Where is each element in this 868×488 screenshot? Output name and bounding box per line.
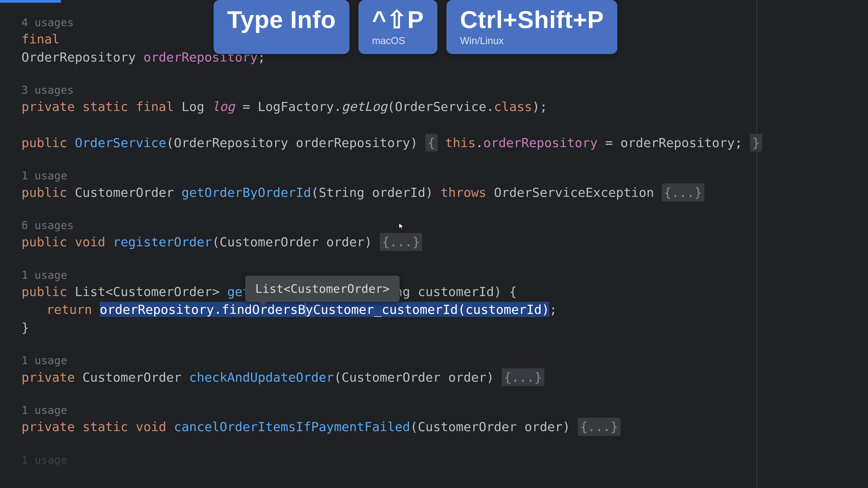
keyword: private static final bbox=[22, 99, 182, 114]
punct: ); bbox=[532, 99, 547, 114]
type-name: Log bbox=[182, 99, 212, 114]
field-name: log bbox=[212, 99, 235, 114]
keyword: public bbox=[22, 185, 75, 200]
ident: (OrderService. bbox=[387, 99, 494, 114]
keyword-final: final bbox=[22, 32, 60, 46]
space bbox=[92, 302, 100, 317]
code-fold[interactable]: {...} bbox=[578, 418, 620, 436]
shortcut-win-label: Win/Linux bbox=[460, 35, 604, 46]
brace: } bbox=[22, 320, 29, 335]
params: (CustomerOrder order) bbox=[334, 370, 502, 385]
usage-hint[interactable]: 1 usage bbox=[22, 168, 868, 183]
type-name: OrderRepository bbox=[22, 50, 143, 64]
field-ref: orderRepository bbox=[100, 302, 214, 317]
code-editor[interactable]: 4 usages final OrderRepository orderRepo… bbox=[0, 0, 868, 488]
keyword-this: this bbox=[445, 135, 475, 150]
overlay-title: Type Info bbox=[227, 7, 336, 32]
usage-hint[interactable]: 1 usage bbox=[22, 402, 868, 418]
ident: = orderRepository; bbox=[598, 135, 750, 150]
method-name: checkAndUpdateOrder bbox=[189, 370, 334, 385]
code-line[interactable]: public List<CustomerOrder> getOrdersByCu… bbox=[22, 283, 868, 301]
code-fold[interactable]: {...} bbox=[380, 233, 423, 251]
keyword: throws bbox=[440, 185, 486, 200]
method-name: getOrderByOrderId bbox=[182, 185, 311, 200]
keyword: class bbox=[494, 99, 532, 114]
usage-hint[interactable]: 1 usage bbox=[22, 452, 868, 467]
code-line[interactable]: } bbox=[22, 319, 868, 337]
usage-hint[interactable]: 1 usage bbox=[22, 353, 868, 368]
keyword: public bbox=[22, 135, 75, 150]
tooltip-text: List<CustomerOrder> bbox=[255, 282, 390, 295]
code-line[interactable]: private CustomerOrder checkAndUpdateOrde… bbox=[22, 368, 868, 386]
shortcut-mac-label: macOS bbox=[372, 35, 424, 46]
method-call: yCustomer_customerId(customerId) bbox=[305, 302, 549, 317]
type-name: List<CustomerOrder> bbox=[75, 284, 227, 299]
overlay-title-card: Type Info bbox=[214, 0, 349, 54]
overlay-mac-card: ^⇧P macOS bbox=[359, 0, 437, 54]
keyword: void bbox=[136, 419, 174, 434]
keyword: public bbox=[22, 234, 75, 249]
punct: . bbox=[475, 135, 483, 150]
keyword: void bbox=[75, 234, 113, 249]
code-line[interactable]: public OrderService(OrderRepository orde… bbox=[22, 134, 868, 152]
keyword: return bbox=[46, 302, 92, 317]
type-name: CustomerOrder bbox=[83, 370, 189, 385]
keyword: private static bbox=[22, 419, 136, 434]
shortcut-overlay: Type Info ^⇧P macOS Ctrl+Shift+P Win/Lin… bbox=[214, 0, 617, 54]
code-line[interactable]: public CustomerOrder getOrderByOrderId(S… bbox=[22, 184, 868, 201]
params: (CustomerOrder order) bbox=[212, 234, 380, 249]
keyword: public bbox=[22, 284, 75, 299]
method-call: getLog bbox=[342, 99, 387, 114]
shortcut-win: Ctrl+Shift+P bbox=[460, 7, 604, 32]
usage-hint[interactable]: 3 usages bbox=[22, 82, 868, 98]
ident: = LogFactory. bbox=[235, 99, 342, 114]
code-line-active[interactable]: return orderRepository.findOrdersByCusto… bbox=[22, 300, 868, 319]
code-fold[interactable]: {...} bbox=[662, 184, 704, 201]
brace: } bbox=[750, 134, 762, 152]
overlay-win-card: Ctrl+Shift+P Win/Linux bbox=[446, 0, 617, 54]
punct: ; bbox=[549, 302, 557, 317]
params: (CustomerOrder order) bbox=[410, 419, 578, 434]
method-name: cancelOrderItemsIfPaymentFailed bbox=[174, 419, 410, 434]
params: (OrderRepository orderRepository) bbox=[166, 135, 426, 150]
type-name: CustomerOrder bbox=[75, 185, 182, 200]
method-name: registerOrder bbox=[113, 234, 212, 249]
code-line[interactable]: public void registerOrder(CustomerOrder … bbox=[22, 233, 868, 251]
shortcut-mac: ^⇧P bbox=[372, 7, 424, 32]
ident: OrderServiceException bbox=[487, 185, 662, 200]
code-line[interactable]: private static void cancelOrderItemsIfPa… bbox=[22, 418, 868, 436]
brace: { bbox=[426, 134, 438, 152]
space bbox=[438, 135, 445, 150]
constructor-name: OrderService bbox=[75, 135, 166, 150]
usage-hint[interactable]: 1 usage bbox=[22, 267, 868, 283]
mouse-cursor-icon bbox=[398, 223, 405, 230]
code-line[interactable]: private static final Log log = LogFactor… bbox=[22, 98, 868, 116]
keyword: private bbox=[22, 370, 83, 385]
field-name: orderRepository bbox=[483, 135, 598, 150]
usage-hint[interactable]: 6 usages bbox=[22, 218, 868, 233]
code-fold[interactable]: {...} bbox=[502, 368, 544, 386]
type-info-tooltip: List<CustomerOrder> bbox=[245, 275, 400, 302]
params: (String orderId) bbox=[311, 185, 440, 200]
